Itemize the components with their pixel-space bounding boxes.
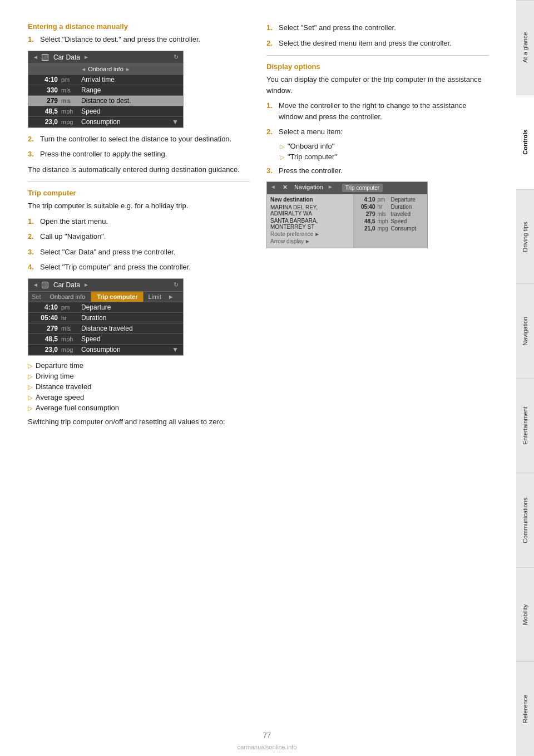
val-4: 23,0 xyxy=(33,118,58,126)
display-step-text-3: Press the controller. xyxy=(279,165,488,176)
right-column: 1. Select "Set" and press the controller… xyxy=(266,22,488,734)
tab-trip[interactable]: Trip computer xyxy=(91,292,144,302)
sub-arrow-right: ► xyxy=(125,66,131,72)
val-1: 330 xyxy=(33,86,58,94)
nav-left-panel: New destination MARINA DEL REY, ADMIRALT… xyxy=(267,194,354,248)
step-text-2: Turn the controller to select the distan… xyxy=(40,134,250,145)
nav-label-3: Speed xyxy=(390,218,407,224)
nav-unit-0: pm xyxy=(377,197,388,203)
bullet-list: ▷ Departure time ▷ Driving time ▷ Distan… xyxy=(28,361,250,412)
tab-limit[interactable]: Limit xyxy=(144,292,165,302)
display-intro: You can display the computer or the trip… xyxy=(266,74,488,96)
watermark: carmanualsonline.info xyxy=(237,744,296,750)
display-step-2: 2. Select a menu item: xyxy=(266,126,488,138)
unit-4: mpg xyxy=(61,119,78,125)
bullet-arrow-4: ▷ xyxy=(28,405,32,412)
step-1-distance: 1. Select "Distance to dest." and press … xyxy=(28,34,250,45)
val-0: 4:10 xyxy=(33,76,58,84)
nav-dest-name-0: MARINA DEL REY, ADMIRALTY WA xyxy=(270,204,350,217)
panel1-subheader-text: Onboard info xyxy=(88,66,123,72)
tab-at-a-glance[interactable]: At a glance xyxy=(516,0,534,95)
p2-unit-1: hr xyxy=(61,315,78,321)
display-step-text-1: Move the controller to the right to chan… xyxy=(279,100,488,122)
p2-label-0: Departure xyxy=(81,303,179,311)
nav-label-1: Duration xyxy=(390,204,412,210)
bullet-item-2: ▷ Distance traveled xyxy=(28,382,250,391)
step-text-1: Select "Distance to dest." and press the… xyxy=(40,34,250,45)
bullet-arrow-3: ▷ xyxy=(28,394,32,401)
panel2-row-0: 4:10 pm Departure xyxy=(28,302,183,313)
divider-2 xyxy=(266,55,488,56)
display-step-num-1: 1. xyxy=(266,100,275,122)
section-entering-distance: Entering a distance manually 1. Select "… xyxy=(28,22,250,175)
trip-intro: The trip computer is suitable e.g. for a… xyxy=(28,200,250,212)
trip-step-3: 3. Select "Car Data" and press the contr… xyxy=(28,247,250,258)
panel1-row-3: 48,5 mph Speed xyxy=(28,106,183,117)
tab-driving-tips[interactable]: Driving tips xyxy=(516,189,534,284)
panel2-header: ◄ Car Data ► ↻ xyxy=(28,279,183,292)
bullet-text-4: Average fuel consumption xyxy=(36,404,119,412)
bullet-text-0: Departure time xyxy=(36,361,83,370)
nav-val-1: 05:40 xyxy=(357,204,375,210)
nav-link-0: Route preference ► xyxy=(270,231,350,237)
step-num-3: 3. xyxy=(28,149,37,160)
unit-2: mls xyxy=(61,97,78,104)
val-3: 48,5 xyxy=(33,107,58,115)
unit-3: mph xyxy=(61,108,78,115)
trip-step-num-4: 4. xyxy=(28,262,37,273)
menu-item-1: ▷ "Trip computer" xyxy=(280,153,488,161)
label-3: Speed xyxy=(81,107,179,115)
page-number: 77 xyxy=(263,731,271,739)
tab-arrow-right: ► xyxy=(166,292,176,302)
panel1-row-1: 330 mls Range xyxy=(28,85,183,96)
p2-unit-4: mpg xyxy=(61,346,78,353)
panel2-arrow-left: ◄ xyxy=(33,282,38,288)
bullet-arrow-2: ▷ xyxy=(28,384,32,391)
step-2-distance: 2. Turn the controller to select the dis… xyxy=(28,134,250,145)
p2-unit-0: pm xyxy=(61,304,78,311)
unit-1: mls xyxy=(61,87,78,94)
tab-navigation[interactable]: Navigation xyxy=(516,283,534,378)
right-step-1: 1. Select "Set" and press the controller… xyxy=(266,22,488,33)
car-icon-2 xyxy=(42,282,48,288)
p2-label-3: Speed xyxy=(81,335,179,343)
trip-step-num-3: 3. xyxy=(28,247,37,258)
trip-step-2: 2. Call up "Navigation". xyxy=(28,231,250,242)
nav-icon: ✕ xyxy=(283,184,288,192)
p2-label-2: Distance traveled xyxy=(81,325,179,332)
p2-val-1: 05:40 xyxy=(33,314,58,322)
nav-dest-label: New destination xyxy=(270,197,350,203)
nav-val-2: 279 xyxy=(357,211,375,217)
bullet-arrow-0: ▷ xyxy=(28,362,32,370)
bullet-item-1: ▷ Driving time xyxy=(28,372,250,380)
sub-arrow-left: ◄ xyxy=(81,66,86,72)
step-num-1: 1. xyxy=(28,34,37,45)
section-heading-display: Display options xyxy=(266,62,488,71)
nav-val-4: 21,0 xyxy=(357,225,375,232)
tab-controls[interactable]: Controls xyxy=(516,95,534,189)
p2-label-4: Consumption xyxy=(81,346,169,354)
nav-link-text-1: Arrow display xyxy=(270,238,304,244)
nav-data-row-4: 21,0 mpg Consumpt. xyxy=(357,225,424,232)
panel1-row-2-highlighted: 279 mls Distance to dest. xyxy=(28,96,183,106)
nav-arrow-left: ◄ xyxy=(270,184,276,192)
unit-0: pm xyxy=(61,76,78,83)
left-column: Entering a distance manually 1. Select "… xyxy=(28,22,250,734)
menu-item-0: ▷ "Onboard info" xyxy=(280,142,488,150)
trip-step-text-4: Select "Trip computer" and press the con… xyxy=(40,262,250,273)
display-step-num-2: 2. xyxy=(266,126,275,138)
car-icon xyxy=(42,54,48,61)
distance-note: The distance is automatically entered du… xyxy=(28,164,250,175)
trip-step-4: 4. Select "Trip computer" and press the … xyxy=(28,262,250,273)
tab-communications[interactable]: Communications xyxy=(516,473,534,567)
bottom-text: Switching trip computer on/off and reset… xyxy=(28,416,250,428)
nav-data-row-1: 05:40 hr Duration xyxy=(357,204,424,210)
tab-reference[interactable]: Reference xyxy=(516,661,534,756)
refresh-icon: ↻ xyxy=(174,53,179,61)
tab-entertainment[interactable]: Entertainment xyxy=(516,378,534,473)
tab-mobility[interactable]: Mobility xyxy=(516,567,534,662)
tab-onboard[interactable]: Onboard info xyxy=(44,292,92,302)
menu-items-list: ▷ "Onboard info" ▷ "Trip computer" xyxy=(280,142,488,161)
panel2-header-text: Car Data xyxy=(53,281,80,289)
nav-header-tab-0: Navigation xyxy=(294,184,323,192)
